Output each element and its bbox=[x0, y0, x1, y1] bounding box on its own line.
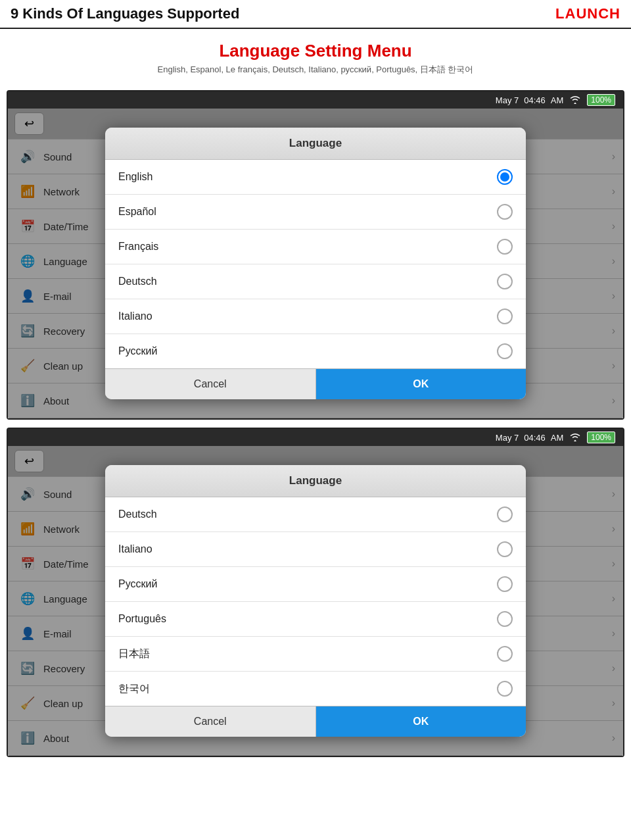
language-option[interactable]: Deutsch bbox=[105, 497, 526, 532]
language-option-label: Русский bbox=[118, 578, 157, 590]
language-option[interactable]: Deutsch bbox=[105, 264, 526, 299]
dialog2-cancel-button[interactable]: Cancel bbox=[105, 706, 316, 737]
language-option-label: 한국어 bbox=[118, 682, 150, 696]
radio-button[interactable] bbox=[497, 541, 513, 557]
language-option[interactable]: 한국어 bbox=[105, 672, 526, 706]
language-option-label: Español bbox=[118, 206, 156, 218]
radio-button[interactable] bbox=[497, 646, 513, 662]
date-2: May 7 bbox=[496, 433, 519, 443]
device-screen-1: May 7 04:46 AM 100% ↩ 🔊Sound›📶Network›📅D… bbox=[7, 90, 624, 420]
status-bar-1: May 7 04:46 AM 100% bbox=[8, 91, 623, 109]
radio-inner-dot bbox=[500, 172, 509, 182]
date-1: May 7 bbox=[496, 95, 519, 105]
dialog1-options: EnglishEspañolFrançaisDeutschItalianoРус… bbox=[105, 160, 526, 368]
page-header: 9 Kinds Of Languages Supported LAUNCH bbox=[0, 0, 631, 29]
language-option[interactable]: Español bbox=[105, 195, 526, 230]
dialog1-cancel-button[interactable]: Cancel bbox=[105, 369, 316, 399]
screen-content-1: ↩ 🔊Sound›📶Network›📅Date/Time›🌐Language›👤… bbox=[8, 109, 623, 418]
subtitle-main: Language Setting Menu bbox=[11, 41, 620, 61]
device-screen-2: May 7 04:46 AM 100% ↩ 🔊Sound›📶Network›📅D… bbox=[7, 428, 624, 757]
language-option[interactable]: Italiano bbox=[105, 299, 526, 334]
language-option-label: English bbox=[118, 171, 152, 183]
dialog1-title: Language bbox=[105, 128, 526, 160]
ampm-1: AM bbox=[551, 95, 564, 105]
language-option-label: Deutsch bbox=[118, 276, 157, 287]
language-option[interactable]: English bbox=[105, 160, 526, 195]
radio-button[interactable] bbox=[497, 611, 513, 627]
radio-button[interactable] bbox=[497, 506, 513, 522]
radio-button[interactable] bbox=[497, 343, 513, 359]
subtitle-sub: English, Espanol, Le français, Deutsch, … bbox=[11, 64, 620, 76]
language-option[interactable]: Français bbox=[105, 230, 526, 264]
language-option-label: Русский bbox=[118, 345, 157, 357]
radio-button[interactable] bbox=[497, 239, 513, 255]
language-dialog-1: Language EnglishEspañolFrançaisDeutschIt… bbox=[105, 128, 526, 399]
language-dialog-2: Language DeutschItalianoРусскийPortuguês… bbox=[105, 465, 526, 737]
time-1: 04:46 bbox=[524, 95, 546, 105]
subtitle-section: Language Setting Menu English, Espanol, … bbox=[0, 29, 631, 82]
dialog1-ok-button[interactable]: OK bbox=[316, 369, 526, 399]
language-option[interactable]: Italiano bbox=[105, 532, 526, 567]
language-option-label: Português bbox=[118, 613, 166, 625]
battery-icon-1: 100% bbox=[587, 94, 615, 106]
radio-button[interactable] bbox=[497, 204, 513, 220]
radio-button[interactable] bbox=[497, 274, 513, 289]
language-option-label: 日本語 bbox=[118, 647, 150, 661]
language-option-label: Deutsch bbox=[118, 508, 157, 520]
language-option[interactable]: Русский bbox=[105, 567, 526, 602]
wifi-icon-2 bbox=[569, 432, 582, 443]
launch-logo: LAUNCH bbox=[555, 5, 620, 22]
language-option-label: Français bbox=[118, 241, 158, 253]
wifi-icon-1 bbox=[569, 95, 582, 106]
radio-button[interactable] bbox=[497, 576, 513, 592]
modal-overlay-2: Language DeutschItalianoРусскийPortuguês… bbox=[8, 446, 623, 756]
radio-button[interactable] bbox=[497, 681, 513, 697]
dialog2-title: Language bbox=[105, 465, 526, 497]
date-time-1: May 7 04:46 AM bbox=[496, 95, 563, 105]
radio-button[interactable] bbox=[497, 309, 513, 324]
date-time-2: May 7 04:46 AM bbox=[496, 433, 563, 443]
battery-icon-2: 100% bbox=[587, 432, 615, 443]
ampm-2: AM bbox=[551, 433, 564, 443]
language-option[interactable]: 日本語 bbox=[105, 637, 526, 672]
page-title: 9 Kinds Of Languages Supported bbox=[11, 5, 239, 22]
time-2: 04:46 bbox=[524, 433, 546, 443]
radio-button[interactable] bbox=[497, 169, 513, 185]
modal-overlay-1: Language EnglishEspañolFrançaisDeutschIt… bbox=[8, 109, 623, 418]
dialog2-ok-button[interactable]: OK bbox=[316, 706, 526, 737]
screen-content-2: ↩ 🔊Sound›📶Network›📅Date/Time›🌐Language›👤… bbox=[8, 446, 623, 756]
language-option[interactable]: Русский bbox=[105, 334, 526, 368]
dialog2-buttons: Cancel OK bbox=[105, 706, 526, 737]
status-bar-2: May 7 04:46 AM 100% bbox=[8, 429, 623, 446]
language-option-label: Italiano bbox=[118, 543, 152, 555]
language-option[interactable]: Português bbox=[105, 602, 526, 637]
dialog2-options: DeutschItalianoРусскийPortuguês日本語한국어 bbox=[105, 497, 526, 706]
language-option-label: Italiano bbox=[118, 310, 152, 322]
dialog1-buttons: Cancel OK bbox=[105, 368, 526, 399]
